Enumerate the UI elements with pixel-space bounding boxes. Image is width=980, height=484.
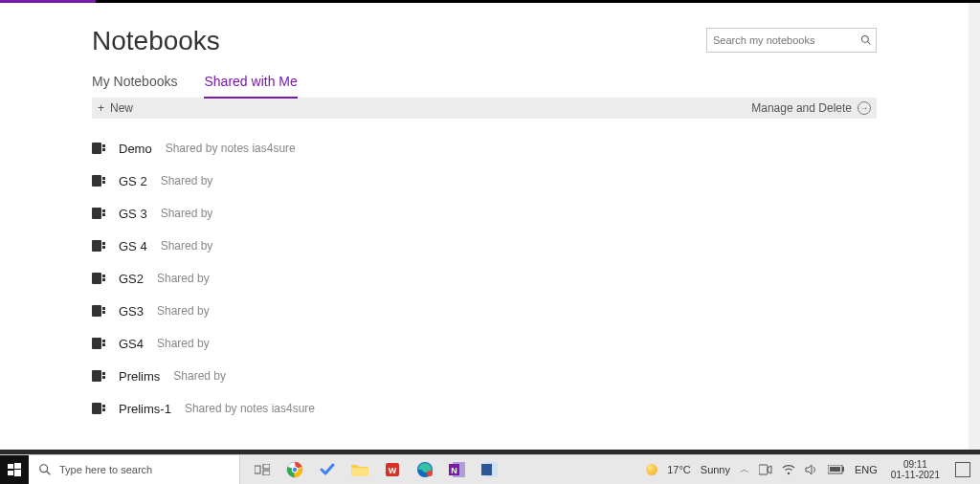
notebook-shared: Shared by: [161, 207, 213, 220]
wps-icon[interactable]: W: [384, 461, 401, 478]
notebook-row[interactable]: GS3 Shared by: [92, 295, 877, 327]
svg-point-14: [293, 468, 297, 472]
search-box[interactable]: [706, 28, 877, 53]
browser-scrollbar[interactable]: [969, 3, 980, 450]
manage-delete-button[interactable]: Manage and Delete →: [751, 101, 871, 115]
notebook-icon: [92, 208, 105, 219]
notebook-shared: Shared by: [157, 304, 210, 318]
notebook-icon: [92, 175, 105, 187]
svg-line-1: [868, 42, 871, 45]
taskbar-search[interactable]: Type here to search: [29, 455, 240, 484]
page-title: Notebooks: [92, 26, 220, 56]
weather-cond[interactable]: Sunny: [701, 464, 730, 475]
tab-my-notebooks[interactable]: My Notebooks: [92, 74, 177, 99]
notebook-name: GS4: [119, 337, 144, 351]
svg-rect-2: [8, 464, 13, 469]
notebook-shared: Shared by: [161, 239, 213, 253]
notebook-name: GS 2: [119, 174, 147, 188]
weather-temp[interactable]: 17°C: [667, 464, 691, 475]
search-input[interactable]: [711, 33, 860, 47]
notebook-name: Demo: [119, 142, 152, 156]
svg-rect-8: [255, 466, 260, 473]
clock-time: 09:11: [903, 459, 927, 470]
svg-point-19: [427, 471, 433, 476]
wifi-icon[interactable]: [782, 464, 795, 475]
taskbar-search-placeholder: Type here to search: [59, 464, 152, 475]
battery-icon[interactable]: [828, 465, 845, 474]
edge-icon[interactable]: [416, 461, 434, 478]
taskbar-system-tray: 17°C Sunny ︿ ENG 09:11 01-11-2021: [646, 459, 980, 480]
svg-rect-10: [263, 471, 270, 475]
notebook-row[interactable]: Demo Shared by notes ias4sure: [92, 132, 877, 165]
taskbar: Type here to search W N 17°C Sunny: [0, 454, 980, 484]
windows-icon: [8, 463, 21, 476]
action-bar: + New Manage and Delete →: [92, 98, 877, 119]
chrome-icon[interactable]: [286, 461, 303, 478]
word-icon[interactable]: [481, 461, 499, 478]
new-button[interactable]: + New: [98, 101, 133, 115]
notebook-icon: [92, 240, 105, 252]
notebook-icon: [92, 338, 105, 349]
search-icon: [38, 463, 52, 476]
new-label: New: [110, 101, 133, 115]
onenote-icon[interactable]: N: [449, 461, 466, 478]
plus-icon: +: [98, 101, 104, 115]
svg-rect-3: [14, 463, 21, 469]
svg-rect-15: [351, 468, 368, 476]
svg-rect-9: [263, 464, 270, 469]
svg-point-6: [40, 465, 48, 473]
search-icon[interactable]: [860, 34, 872, 46]
taskbar-clock[interactable]: 09:11 01-11-2021: [887, 459, 944, 480]
svg-rect-4: [8, 471, 13, 475]
svg-text:W: W: [389, 466, 397, 475]
file-explorer-icon[interactable]: [351, 461, 368, 478]
tray-overflow-icon[interactable]: ︿: [740, 463, 749, 476]
volume-icon[interactable]: [805, 464, 818, 475]
notebook-row[interactable]: Prelims Shared by: [92, 360, 877, 392]
svg-point-0: [862, 36, 869, 43]
notebook-row[interactable]: Prelims-1 Shared by notes ias4sure: [92, 392, 877, 425]
todo-icon[interactable]: [319, 461, 336, 478]
clock-date: 01-11-2021: [891, 470, 940, 480]
notebook-icon: [92, 143, 105, 154]
notebook-list: Demo Shared by notes ias4sure GS 2 Share…: [92, 132, 877, 425]
notebook-name: GS 3: [119, 207, 147, 221]
notebook-icon: [92, 370, 105, 382]
notebook-name: GS2: [119, 272, 144, 286]
language-indicator[interactable]: ENG: [855, 464, 878, 475]
tab-shared-with-me[interactable]: Shared with Me: [204, 74, 297, 99]
notebook-name: Prelims: [119, 369, 160, 384]
start-button[interactable]: [0, 455, 29, 484]
svg-rect-28: [830, 467, 840, 472]
svg-rect-25: [759, 465, 768, 474]
taskbar-pinned: W N: [240, 461, 512, 478]
notebook-row[interactable]: GS 2 Shared by: [92, 165, 877, 197]
svg-rect-5: [14, 470, 21, 476]
meet-now-icon[interactable]: [759, 464, 772, 475]
notebook-icon: [92, 403, 105, 414]
manage-label: Manage and Delete: [751, 101, 852, 115]
action-center-icon[interactable]: [955, 462, 970, 477]
notebook-shared: Shared by notes ias4sure: [185, 402, 315, 415]
svg-rect-24: [481, 464, 492, 475]
svg-point-26: [788, 473, 790, 474]
svg-line-7: [47, 472, 51, 475]
tabs: My Notebooks Shared with Me: [92, 74, 877, 99]
notebook-name: GS 4: [119, 239, 147, 253]
notebook-row[interactable]: GS 4 Shared by: [92, 230, 877, 262]
notebook-row[interactable]: GS 3 Shared by: [92, 197, 877, 230]
notebook-row[interactable]: GS2 Shared by: [92, 262, 877, 295]
task-view-icon[interactable]: [254, 461, 271, 478]
notebook-shared: Shared by notes ias4sure: [166, 142, 296, 155]
notebook-shared: Shared by: [161, 174, 213, 187]
svg-rect-29: [842, 467, 844, 472]
notebook-icon: [92, 305, 105, 317]
svg-text:N: N: [451, 466, 457, 475]
notebook-name: Prelims-1: [119, 402, 171, 416]
notebook-row[interactable]: GS4 Shared by: [92, 327, 877, 360]
arrow-right-icon: →: [858, 101, 871, 115]
notebook-icon: [92, 273, 105, 284]
notebook-shared: Shared by: [157, 272, 210, 285]
notebook-shared: Shared by: [157, 337, 210, 350]
weather-icon[interactable]: [646, 464, 657, 475]
